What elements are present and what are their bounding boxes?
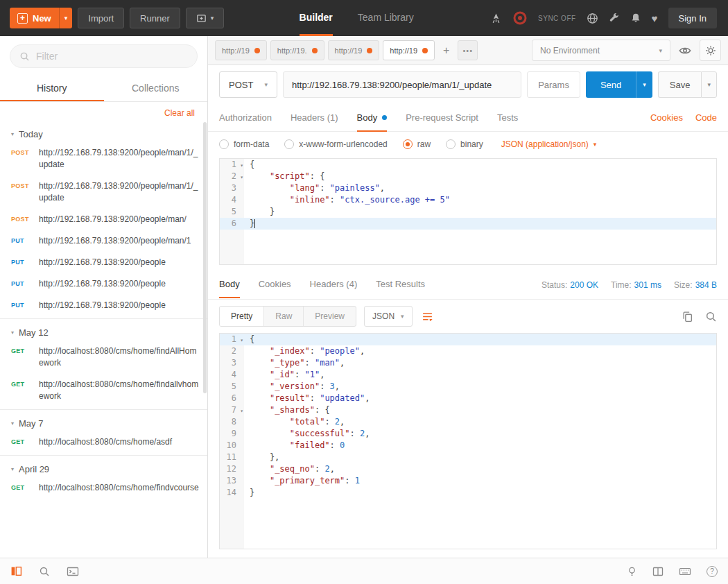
history-group-header[interactable]: ▾Today: [0, 121, 207, 144]
sync-status-icon[interactable]: [512, 10, 528, 26]
view-mode-preview[interactable]: Preview: [303, 307, 356, 326]
more-tabs-button[interactable]: •••: [458, 40, 478, 60]
copy-icon[interactable]: [682, 311, 693, 323]
body-mode-x-www-form-urlencoded[interactable]: x-www-form-urlencoded: [284, 139, 387, 149]
new-dropdown-caret[interactable]: ▾: [59, 8, 73, 28]
request-tab-4[interactable]: http://19: [383, 40, 435, 60]
response-section-tab-cookies[interactable]: Cookies: [259, 270, 291, 298]
history-group-header[interactable]: ▾May 7: [0, 410, 207, 433]
history-item[interactable]: PUThttp://192.168.79.138:9200/people: [0, 254, 207, 275]
heart-icon[interactable]: ♥: [652, 12, 658, 24]
sidebar-scrollbar[interactable]: [203, 122, 207, 393]
history-item[interactable]: POSThttp://192.168.79.138:9200/people/ma…: [0, 144, 207, 178]
header-tab-team-library[interactable]: Team Library: [358, 0, 414, 36]
history-item[interactable]: GEThttp://localhost:8080/cms/home/findvc…: [0, 479, 207, 501]
send-dropdown-caret[interactable]: ▾: [636, 71, 652, 98]
search-response-icon[interactable]: [705, 311, 717, 323]
response-body-editor[interactable]: 1{2 "_index": "people",3 "_type": "man",…: [219, 333, 717, 549]
history-item[interactable]: GEThttp://localhost:8080/cms/home/findal…: [0, 376, 207, 409]
console-icon[interactable]: [67, 566, 79, 577]
history-item[interactable]: POSThttp://192.168.79.138:9200/people/ma…: [0, 211, 207, 232]
plus-icon: +: [17, 13, 28, 24]
history-item[interactable]: PUThttp://192.168.79.138:9200/people: [0, 297, 207, 318]
settings-gear-icon[interactable]: [700, 40, 721, 61]
response-section-tab-body[interactable]: Body: [219, 270, 240, 298]
history-url: http://localhost:8080/cms/home/findAllHo…: [39, 345, 199, 369]
new-button[interactable]: + New: [10, 8, 59, 28]
response-format-select[interactable]: JSON ▾: [364, 306, 413, 327]
search-all-icon[interactable]: [39, 566, 50, 577]
sidebar-toggle-icon[interactable]: [10, 565, 22, 577]
bell-icon[interactable]: [630, 12, 641, 24]
body-mode-form-data[interactable]: form-data: [219, 139, 269, 149]
method-badge: PUT: [11, 300, 39, 311]
history-group-header[interactable]: ▾April 29: [0, 456, 207, 479]
params-button[interactable]: Params: [527, 71, 580, 98]
view-mode-raw[interactable]: Raw: [263, 307, 303, 326]
globe-icon[interactable]: [587, 12, 598, 24]
save-dropdown-caret[interactable]: ▾: [701, 71, 717, 98]
request-section-tab-pre-request-script[interactable]: Pre-request Script: [406, 104, 478, 132]
cookies-link[interactable]: Cookies: [650, 112, 683, 123]
request-section-tab-body[interactable]: Body: [357, 104, 388, 132]
request-section-tab-tests[interactable]: Tests: [497, 104, 518, 132]
request-body-editor[interactable]: 1{2 "script": {3 "lang": "painless",4 "i…: [219, 158, 717, 265]
history-item[interactable]: GEThttp://localhost:8080/cms/home/asdf: [0, 433, 207, 455]
response-section-tab-headers-4[interactable]: Headers (4): [310, 270, 358, 298]
code-line: 1{: [220, 334, 716, 345]
word-wrap-icon[interactable]: [422, 311, 433, 323]
runner-button[interactable]: Runner: [130, 8, 180, 28]
code-link[interactable]: Code: [695, 112, 717, 123]
view-mode-pretty[interactable]: Pretty: [220, 307, 263, 326]
history-group-today: ▾TodayPOSThttp://192.168.79.138:9200/peo…: [0, 121, 207, 318]
body-mode-binary[interactable]: binary: [446, 139, 483, 149]
code-text: "_version": 3,: [244, 381, 716, 393]
request-section-tab-headers-1[interactable]: Headers (1): [291, 104, 338, 132]
url-input[interactable]: [283, 71, 521, 98]
add-tab-button[interactable]: +: [438, 44, 454, 57]
request-section-tab-authorization[interactable]: Authorization: [219, 104, 272, 132]
request-tab-1[interactable]: http://19: [215, 40, 267, 60]
request-tab-label: http://19.: [277, 46, 307, 55]
environment-select[interactable]: No Environment ▾: [532, 40, 670, 61]
request-tab-2[interactable]: http://19.: [270, 40, 324, 60]
main-panel: http://19http://19.http://19http://19 + …: [208, 36, 728, 558]
sidebar-tab-history[interactable]: History: [0, 75, 104, 101]
response-section-tab-test-results[interactable]: Test Results: [376, 270, 425, 298]
filter-input[interactable]: [36, 51, 188, 62]
content-type-select[interactable]: JSON (application/json) ▾: [501, 139, 597, 149]
request-tab-3[interactable]: http://19: [328, 40, 380, 60]
status-badge: Status:200 OK: [541, 280, 598, 290]
header-tabs: BuilderTeam Library: [234, 0, 479, 36]
environment-preview-eye-icon[interactable]: [679, 44, 691, 57]
save-button[interactable]: Save: [658, 71, 702, 98]
two-pane-layout-icon[interactable]: [652, 566, 664, 577]
code-text: "result": "updated",: [244, 393, 716, 404]
history-item[interactable]: PUThttp://192.168.79.138:9200/people: [0, 275, 207, 297]
sidebar-tab-collections[interactable]: Collections: [104, 75, 208, 101]
new-window-button[interactable]: ▾: [186, 8, 225, 28]
sign-in-button[interactable]: Sign In: [668, 8, 717, 28]
send-button[interactable]: Send: [586, 71, 636, 98]
lightbulb-icon[interactable]: [627, 566, 637, 577]
history-group-header[interactable]: ▾May 12: [0, 319, 207, 343]
radio-icon: [219, 139, 229, 149]
line-number: 3: [220, 357, 244, 369]
help-icon[interactable]: ?: [707, 566, 718, 577]
history-item[interactable]: PUThttp://192.168.79.138:9200/people/man…: [0, 232, 207, 254]
interceptor-icon[interactable]: [490, 12, 502, 24]
history-item[interactable]: POSThttp://192.168.79.138:9200/people/ma…: [0, 178, 207, 211]
method-select[interactable]: POST ▾: [219, 71, 277, 98]
method-badge: PUT: [11, 278, 39, 290]
history-item[interactable]: GEThttp://localhost:8080/cms/home/findAl…: [0, 343, 207, 376]
history-url: http://192.168.79.138:9200/people/man/1/…: [39, 147, 199, 171]
tab-label: Headers (4): [310, 279, 358, 289]
method-badge: GET: [11, 345, 39, 369]
history-list: ▾TodayPOSThttp://192.168.79.138:9200/peo…: [0, 121, 207, 558]
keyboard-shortcuts-icon[interactable]: [679, 566, 691, 577]
body-mode-raw[interactable]: raw: [403, 139, 431, 149]
import-button[interactable]: Import: [78, 8, 124, 28]
header-tab-builder[interactable]: Builder: [300, 0, 333, 36]
wrench-icon[interactable]: [609, 12, 620, 24]
clear-all-link[interactable]: Clear all: [164, 108, 195, 118]
